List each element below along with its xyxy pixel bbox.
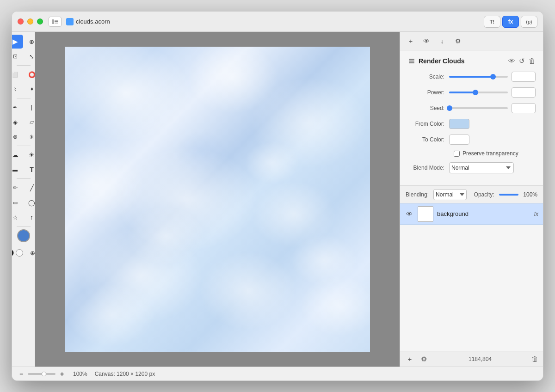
opacity-slider[interactable] bbox=[499, 194, 519, 196]
svg-rect-2 bbox=[55, 21, 58, 22]
download-filter-button[interactable]: ↓ bbox=[436, 35, 448, 47]
power-slider[interactable] bbox=[449, 88, 508, 97]
power-label: Power: bbox=[407, 89, 449, 96]
power-fill bbox=[449, 92, 475, 93]
toolbar-toggle-button[interactable]: T! bbox=[484, 16, 500, 28]
tool-row-5: ✒ | bbox=[12, 100, 35, 114]
divider-4 bbox=[17, 178, 31, 179]
zoom-out-button[interactable]: − bbox=[18, 370, 25, 378]
bezier-tool[interactable]: ✏ bbox=[12, 181, 23, 195]
filter-menu-icon[interactable] bbox=[407, 57, 416, 65]
rect-shape-tool[interactable]: ▭ bbox=[12, 196, 23, 209]
add-filter-button[interactable]: + bbox=[405, 35, 417, 47]
star-tool[interactable]: ☆ bbox=[12, 210, 23, 224]
svg-rect-1 bbox=[55, 20, 58, 21]
transform-tool[interactable]: ⤡ bbox=[24, 49, 36, 63]
filter-reset-icon[interactable]: ↺ bbox=[519, 57, 525, 65]
brush-tool[interactable]: | bbox=[24, 100, 36, 114]
tool-row-3: ⬜ ⭕ bbox=[12, 67, 35, 81]
to-color-swatch[interactable] bbox=[449, 135, 469, 145]
maximize-button[interactable] bbox=[37, 18, 43, 24]
download-icon: ↓ bbox=[441, 37, 444, 45]
ellipse-select-tool[interactable]: ⭕ bbox=[24, 67, 36, 81]
filter-delete-icon[interactable]: 🗑 bbox=[529, 57, 536, 65]
tool-row-12: ☆ ↑ bbox=[12, 210, 35, 224]
scale-slider[interactable] bbox=[449, 72, 508, 81]
seed-thumb[interactable] bbox=[447, 105, 452, 111]
black-swatch[interactable] bbox=[12, 249, 14, 257]
main-area: ▶ ⊕ ⊡ ⤡ ⬜ ⭕ ⌇ ✦ ✒ | ◈ ▱ bbox=[12, 32, 543, 367]
gradient-tool[interactable]: ▬ bbox=[12, 163, 23, 177]
crop-tool[interactable]: ⊡ bbox=[12, 49, 23, 63]
cloud-layer-2 bbox=[65, 47, 370, 352]
toolbar-icon: T! bbox=[490, 19, 494, 24]
eye-filter-button[interactable]: 👁 bbox=[420, 35, 432, 47]
blending-bar: Blending: Normal Multiply Screen Opacity… bbox=[400, 186, 543, 203]
arrow-tool[interactable]: ↑ bbox=[24, 210, 36, 224]
seed-slider[interactable] bbox=[449, 104, 508, 113]
tool-row-8: ☁ ☀ bbox=[12, 148, 35, 162]
seed-value-input[interactable]: 0 bbox=[512, 103, 536, 113]
divider-1 bbox=[17, 65, 31, 66]
heal-tool[interactable]: ✳ bbox=[24, 130, 36, 144]
tool-row-1: ▶ ⊕ bbox=[12, 35, 35, 49]
blend-mode-label: Blend Mode: bbox=[407, 165, 449, 171]
ellipse-shape-tool[interactable]: ◯ bbox=[24, 196, 36, 209]
lasso-tool[interactable]: ⌇ bbox=[12, 82, 23, 96]
select-tool[interactable]: ▶ bbox=[12, 35, 23, 49]
minimize-button[interactable] bbox=[27, 18, 33, 24]
file-icon bbox=[66, 18, 74, 25]
magic-wand-tool[interactable]: ✦ bbox=[24, 82, 36, 96]
sidebar-toggle-button[interactable] bbox=[49, 17, 62, 27]
tool-row-10: ✏ ╱ bbox=[12, 181, 35, 195]
filter-title: Render Clouds bbox=[419, 57, 506, 65]
eraser-tool[interactable]: ▱ bbox=[24, 115, 36, 129]
layer-item[interactable]: 👁 background fx bbox=[400, 203, 543, 225]
add-icon: + bbox=[409, 37, 413, 45]
zoom-tool[interactable]: ⊕ bbox=[24, 35, 36, 49]
sun-tool[interactable]: ☀ bbox=[24, 148, 36, 162]
cloud-tool[interactable]: ☁ bbox=[12, 148, 23, 162]
text-tool[interactable]: T bbox=[24, 163, 36, 177]
layers-bottom-bar: + ⚙ 1184,804 🗑 bbox=[400, 351, 543, 367]
filter-toolbar: + 👁 ↓ ⚙ bbox=[400, 32, 543, 50]
line-tool[interactable]: ╱ bbox=[24, 181, 36, 195]
add-layer-icon: + bbox=[408, 355, 412, 363]
scale-value-input[interactable]: 518 bbox=[512, 72, 536, 82]
tool-row-7: ⊛ ✳ bbox=[12, 130, 35, 144]
power-value-input[interactable]: 0.50 bbox=[512, 87, 536, 98]
p-toggle-button[interactable]: (p) bbox=[521, 16, 537, 28]
delete-layer-button[interactable]: 🗑 bbox=[531, 355, 538, 363]
zoom-in-button[interactable]: + bbox=[58, 370, 66, 378]
add-layer-button[interactable]: + bbox=[405, 354, 415, 364]
layers-panel: 👁 background fx bbox=[400, 203, 543, 351]
close-button[interactable] bbox=[18, 18, 24, 24]
pen-tool[interactable]: ✒ bbox=[12, 100, 23, 114]
canvas bbox=[65, 47, 370, 352]
settings-filter-button[interactable]: ⚙ bbox=[452, 35, 464, 47]
blend-mode-select[interactable]: Normal Multiply Screen Overlay Darken Li… bbox=[449, 162, 514, 173]
scale-thumb[interactable] bbox=[490, 74, 496, 80]
p-icon: (p) bbox=[526, 19, 532, 24]
white-swatch[interactable] bbox=[16, 249, 23, 257]
rect-select-tool[interactable]: ⬜ bbox=[12, 67, 23, 81]
zoom-thumb[interactable] bbox=[42, 372, 46, 376]
foreground-color[interactable] bbox=[17, 229, 30, 242]
blending-mode-select[interactable]: Normal Multiply Screen bbox=[433, 189, 467, 200]
fx-toggle-button[interactable]: fx bbox=[502, 16, 519, 28]
eyedropper-tool[interactable]: ⊕ bbox=[25, 246, 36, 260]
zoom-slider[interactable] bbox=[28, 373, 56, 375]
preserve-transparency-checkbox[interactable] bbox=[454, 151, 460, 157]
zoom-value: 100% bbox=[73, 371, 87, 377]
from-color-swatch[interactable] bbox=[449, 119, 469, 129]
layer-fx-icon[interactable]: fx bbox=[534, 211, 538, 217]
main-window: clouds.acorn T! fx (p) ▶ ⊕ ⊡ ⤡ bbox=[12, 11, 543, 381]
filter-header: Render Clouds 👁 ↺ 🗑 bbox=[407, 57, 536, 65]
layer-visibility-toggle[interactable]: 👁 bbox=[405, 209, 414, 219]
stamp-tool[interactable]: ⊛ bbox=[12, 130, 23, 144]
filter-eye-icon[interactable]: 👁 bbox=[508, 57, 515, 65]
paint-bucket-tool[interactable]: ◈ bbox=[12, 115, 23, 129]
power-thumb[interactable] bbox=[473, 90, 478, 95]
layers-settings-button[interactable]: ⚙ bbox=[419, 354, 429, 364]
settings-icon: ⚙ bbox=[455, 37, 461, 45]
